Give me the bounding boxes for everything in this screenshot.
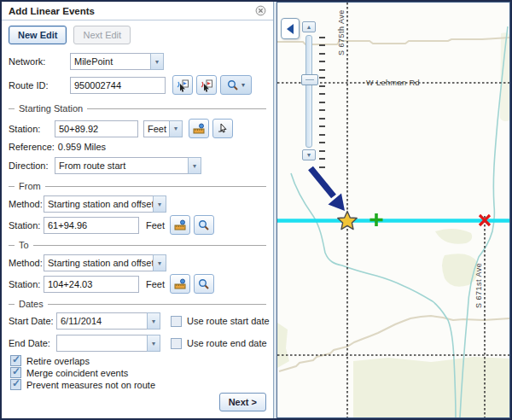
select-route-red-icon [200, 79, 213, 92]
start-date-picker[interactable]: 6/11/2014 ▾ [56, 312, 160, 330]
network-dropdown-arrow-icon[interactable]: ▾ [150, 53, 164, 70]
magnifier-icon [198, 278, 210, 290]
annotation-arrow [311, 168, 345, 211]
land-patch-left [277, 323, 289, 368]
to-method-dropdown-arrow-icon[interactable]: ▾ [153, 254, 166, 271]
ruler-icon [173, 277, 187, 291]
select-route-blue-icon [176, 79, 189, 92]
end-date-picker[interactable]: ▾ [56, 335, 160, 352]
prevent-measures-checkbox[interactable] [10, 379, 21, 390]
zoom-out-button[interactable]: ▼ [302, 149, 316, 160]
from-unit-label: Feet [146, 220, 166, 230]
use-route-end-date-label: Use route end date [187, 338, 267, 348]
close-button[interactable] [255, 5, 266, 16]
start-date-label: Start Date: [9, 316, 56, 326]
zoom-slider-track[interactable] [305, 35, 312, 148]
unit-dropdown-arrow-icon[interactable]: ▾ [169, 120, 183, 137]
from-method-select[interactable]: Starting station and offset ▾ [44, 195, 166, 213]
from-station-input[interactable] [44, 217, 139, 234]
network-value: MilePoint [70, 53, 150, 70]
end-date-dropdown-arrow-icon[interactable]: ▾ [147, 335, 160, 352]
starting-station-label: Station: [9, 124, 55, 134]
retire-overlaps-label: Retire overlaps [26, 356, 90, 366]
from-method-dropdown-arrow-icon[interactable]: ▾ [153, 195, 166, 213]
add-linear-events-panel: Add Linear Events New Edit Next Edit Net… [2, 2, 274, 418]
land-patch-right-2 [442, 254, 478, 287]
zoom-in-button[interactable]: ▲ [302, 21, 316, 32]
land-patch-right-1 [435, 229, 472, 244]
route-id-label: Route ID: [9, 80, 70, 90]
panel-title: Add Linear Events [9, 6, 95, 16]
to-method-label: Method: [9, 258, 44, 268]
from-measure-button[interactable] [170, 215, 190, 235]
dates-legend-text: Dates [19, 299, 44, 309]
zoom-level-ticks [319, 37, 325, 172]
road-label-s-671st-ave: S 671st Ave [474, 263, 483, 308]
ruler-icon [173, 219, 187, 232]
new-edit-button[interactable]: New Edit [9, 26, 67, 44]
next-button[interactable]: Next > [219, 393, 266, 411]
from-legend-text: From [19, 181, 41, 191]
direction-dropdown-arrow-icon[interactable]: ▾ [188, 157, 201, 174]
starting-station-legend-text: Starting Station [19, 103, 83, 114]
road-label-w-lehman-rd: W Lehman Rd [366, 79, 420, 87]
pointer-select-icon [216, 122, 230, 136]
plus-marker [370, 213, 383, 226]
up-arrow-icon: ▲ [306, 24, 312, 30]
start-date-dropdown-arrow-icon[interactable]: ▾ [147, 312, 160, 330]
prevent-measures-label: Prevent measures not on route [26, 380, 155, 390]
magnifier-icon [227, 79, 239, 91]
pick-station-on-map-button[interactable] [212, 119, 233, 138]
use-route-start-date-label: Use route start date [187, 316, 270, 326]
to-method-value: Starting station and offset [44, 254, 153, 271]
use-route-start-date-checkbox[interactable] [171, 316, 182, 327]
from-legend: From [9, 181, 266, 191]
to-legend-text: To [19, 240, 29, 250]
network-select[interactable]: MilePoint ▾ [70, 53, 164, 70]
to-measure-button[interactable] [170, 274, 190, 294]
use-route-end-date-checkbox[interactable] [171, 338, 182, 349]
starting-station-unit-select[interactable]: Feet ▾ [143, 120, 183, 137]
reference-value: 0.959 Miles [58, 142, 106, 152]
direction-value: From route start [55, 157, 188, 174]
from-station-label: Station: [9, 220, 44, 230]
to-zoom-button[interactable] [194, 274, 214, 294]
magnifier-icon [198, 219, 210, 231]
add-linear-events-window: Add Linear Events New Edit Next Edit Net… [0, 0, 512, 420]
network-label: Network: [9, 56, 70, 67]
to-station-input[interactable] [44, 276, 139, 293]
starting-station-input[interactable] [55, 120, 138, 137]
next-edit-button[interactable]: Next Edit [73, 26, 131, 44]
ruler-icon [192, 122, 206, 136]
reference-label: Reference: [9, 142, 55, 152]
starting-station-legend: Starting Station [9, 103, 266, 114]
route-search-split-button[interactable]: ▾ [220, 75, 252, 95]
search-dropdown-arrow-icon[interactable]: ▾ [241, 81, 245, 89]
to-method-select[interactable]: Starting station and offset ▾ [44, 254, 166, 271]
route-id-input[interactable] [70, 77, 166, 94]
close-icon [255, 5, 266, 16]
measure-station-button[interactable] [189, 119, 209, 138]
down-arrow-icon: ▼ [306, 152, 312, 158]
to-legend: To [9, 240, 266, 250]
from-method-label: Method: [9, 199, 44, 209]
start-date-value: 6/11/2014 [56, 312, 147, 330]
to-unit-label: Feet [146, 279, 166, 289]
collapse-panel-button[interactable] [281, 18, 300, 39]
road-label-s-675th-ave: S 675th Ave [337, 9, 346, 55]
direction-select[interactable]: From route start ▾ [55, 157, 201, 174]
dates-legend: Dates [9, 299, 266, 309]
zoom-slider-handle[interactable] [301, 74, 318, 85]
to-station-label: Station: [9, 279, 44, 289]
land-patch-bottom [353, 357, 509, 417]
map-canvas[interactable]: W Lehman Rd S 675th Ave S 671st Ave ▲ [276, 2, 510, 418]
from-zoom-button[interactable] [194, 215, 214, 235]
clear-route-selection-button[interactable] [196, 75, 217, 95]
starting-station-unit-value: Feet [143, 120, 169, 137]
panel-titlebar: Add Linear Events [2, 2, 273, 20]
collapse-left-arrow-icon [287, 24, 294, 34]
select-route-on-map-button[interactable] [172, 75, 193, 95]
end-date-label: End Date: [9, 338, 56, 348]
direction-label: Direction: [9, 160, 55, 171]
from-method-value: Starting station and offset [44, 195, 153, 213]
